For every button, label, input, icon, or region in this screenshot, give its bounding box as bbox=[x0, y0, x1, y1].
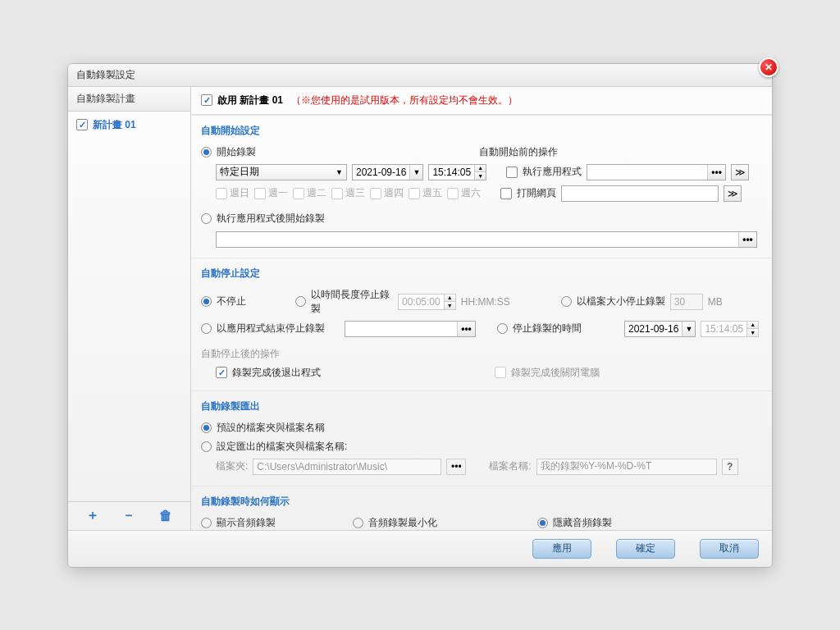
cancel-button[interactable]: 取消 bbox=[700, 539, 759, 559]
plan-checkbox[interactable] bbox=[76, 119, 88, 130]
display-section: 自動錄製時如何顯示 顯示音頻錄製 音頻錄製最小化 隱藏音頻錄製 bbox=[191, 486, 772, 530]
display-title: 自動錄製時如何顯示 bbox=[201, 491, 762, 514]
apply-button[interactable]: 應用 bbox=[532, 539, 591, 559]
stop-time-label: 停止錄製的時間 bbox=[513, 322, 619, 336]
sidebar-header: 自動錄製計畫 bbox=[68, 87, 190, 112]
open-web-checkbox[interactable] bbox=[500, 188, 512, 199]
date-type-value: 特定日期 bbox=[220, 165, 259, 179]
by-duration-radio[interactable] bbox=[295, 296, 306, 307]
date-type-select[interactable]: 特定日期 ▼ bbox=[216, 164, 347, 180]
folder-label: 檔案夾: bbox=[216, 459, 248, 473]
after-stop-heading-row: 自動停止後的操作 bbox=[201, 345, 762, 363]
close-icon: ✕ bbox=[765, 62, 773, 73]
trash-icon: 🗑 bbox=[159, 509, 172, 523]
display-show-radio[interactable] bbox=[201, 518, 212, 528]
open-web-input[interactable] bbox=[561, 185, 719, 202]
export-section: 自動錄製匯出 預設的檔案夾與檔案名稱 設定匯出的檔案夾與檔案名稱: 檔案夾: C… bbox=[191, 390, 772, 486]
after-stop-heading: 自動停止後的操作 bbox=[201, 347, 280, 361]
enable-label: 啟用 bbox=[217, 94, 237, 106]
folder-browse-button[interactable]: ••• bbox=[446, 459, 466, 475]
enable-checkbox[interactable] bbox=[201, 94, 212, 106]
day-sun-checkbox[interactable] bbox=[216, 188, 227, 199]
duration-input[interactable]: 00:05:00 ▲▼ bbox=[398, 294, 456, 310]
app-end-input[interactable]: ••• bbox=[345, 321, 476, 337]
weekdays: 週日 週一 週二 週三 週四 週五 週六 bbox=[216, 186, 481, 200]
time-spinner[interactable]: ▲▼ bbox=[474, 165, 486, 180]
settings-dialog: 自動錄製設定 ✕ 自動錄製計畫 新計畫 01 ＋ － 🗑 啟用 新計畫 01 （… bbox=[67, 63, 773, 568]
browse-button-2[interactable]: ••• bbox=[738, 232, 756, 247]
hms-label: HH:MM:SS bbox=[461, 296, 510, 308]
help-button[interactable]: ? bbox=[722, 459, 738, 475]
after-app-label: 執行應用程式後開始錄製 bbox=[217, 212, 325, 226]
day-wed-checkbox[interactable] bbox=[331, 188, 343, 199]
display-min-radio[interactable] bbox=[353, 518, 363, 528]
minus-icon: － bbox=[122, 507, 135, 524]
display-hide-radio[interactable] bbox=[537, 518, 548, 528]
day-fri-checkbox[interactable] bbox=[409, 188, 420, 199]
export-title: 自動錄製匯出 bbox=[201, 396, 762, 418]
start-time-value: 15:14:05 bbox=[429, 165, 474, 180]
day-thu-checkbox[interactable] bbox=[370, 188, 381, 199]
after-app-radio[interactable] bbox=[201, 213, 212, 224]
export-custom-radio[interactable] bbox=[201, 441, 212, 452]
day-mon-checkbox[interactable] bbox=[254, 188, 266, 199]
stop-date-value: 2021-09-16 bbox=[625, 322, 682, 336]
sidebar-footer: ＋ － 🗑 bbox=[68, 501, 190, 530]
title-bar: 自動錄製設定 ✕ bbox=[68, 64, 772, 87]
browse-button[interactable]: ••• bbox=[707, 165, 725, 180]
day-tue-checkbox[interactable] bbox=[293, 188, 304, 199]
size-input[interactable]: 30 bbox=[670, 294, 703, 310]
stop-time-radio[interactable] bbox=[497, 323, 508, 334]
delete-plan-button[interactable]: 🗑 bbox=[157, 507, 175, 525]
folder-input[interactable]: C:\Users\Administrator\Music\ bbox=[253, 459, 441, 475]
by-size-radio[interactable] bbox=[561, 296, 572, 307]
start-time-input[interactable]: 15:14:05 ▲▼ bbox=[428, 164, 486, 180]
close-button[interactable]: ✕ bbox=[759, 57, 778, 77]
dialog-body: 自動錄製計畫 新計畫 01 ＋ － 🗑 啟用 新計畫 01 （※您使用的是試用版… bbox=[68, 87, 772, 530]
run-app-arrow[interactable]: ≫ bbox=[731, 164, 749, 180]
dialog-footer: 應用 確定 取消 bbox=[68, 530, 772, 567]
days-row: 週日 週一 週二 週三 週四 週五 週六 打開網頁 ≫ bbox=[201, 183, 762, 204]
duration-value: 00:05:00 bbox=[399, 294, 444, 309]
day-sat-checkbox[interactable] bbox=[447, 188, 459, 199]
stop-date-input[interactable]: 2021-09-16 ▼ bbox=[624, 321, 696, 337]
display-hide-label: 隱藏音頻錄製 bbox=[553, 516, 612, 530]
name-input[interactable]: 我的錄製%Y-%M-%D-%T bbox=[536, 459, 717, 475]
day-mon: 週一 bbox=[268, 186, 288, 200]
date-drop-icon[interactable]: ▼ bbox=[409, 165, 422, 180]
no-stop-radio[interactable] bbox=[201, 296, 212, 307]
run-app-label: 執行應用程式 bbox=[523, 165, 582, 179]
start-date-input[interactable]: 2021-09-16 ▼ bbox=[352, 164, 423, 180]
display-row: 顯示音頻錄製 音頻錄製最小化 隱藏音頻錄製 bbox=[201, 514, 762, 530]
remove-plan-button[interactable]: － bbox=[120, 507, 138, 525]
by-app-end-radio[interactable] bbox=[201, 323, 212, 334]
add-plan-button[interactable]: ＋ bbox=[84, 507, 102, 525]
plan-item[interactable]: 新計畫 01 bbox=[68, 112, 190, 139]
before-op-label: 自動開始前的操作 bbox=[479, 145, 558, 159]
run-app-checkbox[interactable] bbox=[506, 167, 518, 178]
day-sun: 週日 bbox=[230, 186, 249, 200]
enable-row: 啟用 新計畫 01 （※您使用的是試用版本，所有設定均不會生效。） bbox=[191, 87, 772, 115]
shutdown-after-checkbox[interactable] bbox=[495, 367, 506, 378]
open-web-label: 打開網頁 bbox=[517, 186, 556, 200]
day-wed: 週三 bbox=[345, 186, 365, 200]
plus-icon: ＋ bbox=[86, 507, 99, 524]
run-app-input[interactable]: ••• bbox=[587, 164, 726, 180]
export-default-row: 預設的檔案夾與檔案名稱 bbox=[201, 418, 762, 437]
stop-date-drop-icon[interactable]: ▼ bbox=[682, 322, 695, 336]
exit-after-checkbox[interactable] bbox=[216, 367, 227, 378]
start-recording-radio[interactable] bbox=[201, 147, 212, 158]
open-web-arrow[interactable]: ≫ bbox=[724, 185, 742, 202]
ok-button[interactable]: 確定 bbox=[616, 539, 675, 559]
stop-time-input[interactable]: 15:14:05 ▲▼ bbox=[701, 321, 759, 337]
after-app-input[interactable]: ••• bbox=[216, 231, 757, 248]
stop-time-spinner[interactable]: ▲▼ bbox=[746, 322, 758, 336]
exit-after-label: 錄製完成後退出程式 bbox=[232, 366, 321, 380]
run-app-value bbox=[587, 165, 707, 180]
after-stop-row: 錄製完成後退出程式 錄製完成後關閉電腦 bbox=[216, 363, 762, 382]
export-default-radio[interactable] bbox=[201, 422, 212, 433]
auto-stop-section: 自動停止設定 不停止 以時間長度停止錄製 00:05:00 ▲▼ HH:MM:S… bbox=[191, 258, 772, 390]
browse-button-3[interactable]: ••• bbox=[457, 322, 475, 336]
duration-spinner[interactable]: ▲▼ bbox=[444, 294, 455, 309]
day-thu: 週四 bbox=[384, 186, 404, 200]
